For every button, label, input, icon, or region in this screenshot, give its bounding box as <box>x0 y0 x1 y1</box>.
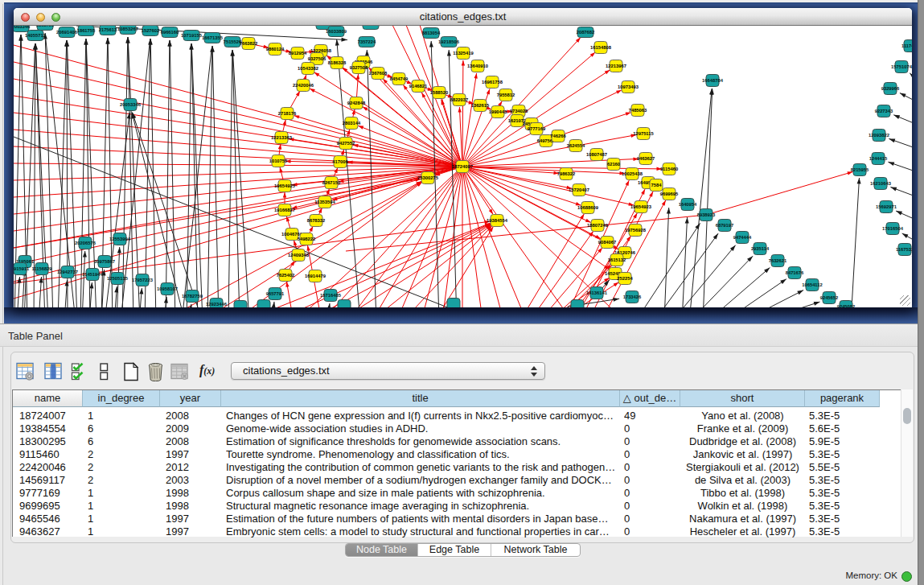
svg-text:1117434: 1117434 <box>901 43 912 48</box>
svg-text:12213967: 12213967 <box>606 64 626 68</box>
svg-text:8454749: 8454749 <box>390 76 409 81</box>
svg-text:16210643: 16210643 <box>870 181 892 186</box>
svg-text:9427552: 9427552 <box>337 141 355 146</box>
svg-text:1954126: 1954126 <box>362 26 380 27</box>
svg-text:8678332: 8678332 <box>307 218 326 223</box>
svg-text:15716485: 15716485 <box>320 293 342 298</box>
svg-text:8186328: 8186328 <box>328 60 347 65</box>
svg-text:7955812: 7955812 <box>497 93 515 97</box>
svg-text:14136141: 14136141 <box>586 290 608 295</box>
svg-text:8471676: 8471676 <box>786 270 804 275</box>
svg-text:10688609: 10688609 <box>577 205 599 210</box>
svg-text:1640954: 1640954 <box>679 202 697 207</box>
svg-text:16914479: 16914479 <box>305 274 326 278</box>
svg-text:9734028: 9734028 <box>510 109 528 113</box>
svg-text:9474444: 9474444 <box>733 235 752 240</box>
svg-text:20053346: 20053346 <box>120 102 142 107</box>
svg-text:2803144: 2803144 <box>343 121 361 126</box>
svg-text:9329966: 9329966 <box>881 86 900 91</box>
svg-text:3915911: 3915911 <box>14 266 30 271</box>
svg-text:15692971: 15692971 <box>876 204 897 209</box>
svg-text:2718176: 2718176 <box>278 111 297 116</box>
svg-text:10973493: 10973493 <box>618 84 639 89</box>
svg-text:22420046: 22420046 <box>293 83 314 88</box>
svg-text:9084067: 9084067 <box>598 240 617 245</box>
svg-text:19654923: 19654923 <box>630 204 652 209</box>
svg-text:9327508: 9327508 <box>350 65 368 70</box>
svg-text:1588520: 1588520 <box>430 90 449 95</box>
svg-text:17957223: 17957223 <box>132 278 154 282</box>
svg-text:1861750: 1861750 <box>36 26 55 27</box>
svg-text:2175613: 2175613 <box>99 27 117 32</box>
svg-text:6879197: 6879197 <box>716 223 734 228</box>
svg-text:9699695: 9699695 <box>660 192 679 196</box>
svg-text:16671355: 16671355 <box>202 35 224 40</box>
svg-text:19756928: 19756928 <box>625 228 647 233</box>
svg-text:8822037: 8822037 <box>450 97 469 102</box>
svg-text:6966160: 6966160 <box>161 30 179 35</box>
svg-text:20691406: 20691406 <box>56 30 78 35</box>
svg-text:9115460: 9115460 <box>660 167 678 171</box>
svg-text:7584: 7584 <box>651 183 663 187</box>
svg-text:1167533: 1167533 <box>896 247 912 252</box>
svg-text:8215955: 8215955 <box>851 167 869 172</box>
svg-text:2087682: 2087682 <box>577 30 595 35</box>
svg-text:7663822: 7663822 <box>240 41 258 46</box>
svg-text:1010755: 1010755 <box>269 159 288 163</box>
svg-text:19166827: 19166827 <box>274 208 295 212</box>
svg-text:13640910: 13640910 <box>467 64 488 68</box>
svg-text:1244415: 1244415 <box>869 156 888 161</box>
svg-text:12409348: 12409348 <box>288 253 310 257</box>
svg-text:10543382: 10543382 <box>298 66 318 71</box>
svg-text:8813054: 8813054 <box>422 31 441 35</box>
svg-text:12942737: 12942737 <box>57 270 78 274</box>
svg-text:9227343: 9227343 <box>875 109 893 113</box>
svg-text:10807487: 10807487 <box>586 152 607 157</box>
svg-text:417006: 417006 <box>332 159 348 164</box>
svg-text:2367608: 2367608 <box>369 71 388 76</box>
svg-text:18724007: 18724007 <box>452 164 473 169</box>
svg-text:252254: 252254 <box>617 276 633 281</box>
svg-text:16648784: 16648784 <box>702 78 724 83</box>
svg-text:16961758: 16961758 <box>482 80 503 84</box>
svg-text:20206576: 20206576 <box>75 241 97 245</box>
svg-text:7986322: 7986322 <box>557 171 576 176</box>
svg-text:9245652: 9245652 <box>820 295 839 300</box>
svg-text:7485063: 7485063 <box>629 108 647 113</box>
svg-text:746266: 746266 <box>550 134 566 138</box>
svg-text:9242848: 9242848 <box>347 101 366 105</box>
svg-text:11353594: 11353594 <box>314 200 335 204</box>
svg-text:1362615: 1362615 <box>471 103 490 108</box>
svg-text:19384554: 19384554 <box>487 218 508 223</box>
svg-text:3624554: 3624554 <box>567 143 585 148</box>
svg-text:8938923: 8938923 <box>697 212 716 217</box>
svg-text:11451944: 11451944 <box>82 272 103 277</box>
svg-text:7625402: 7625402 <box>277 273 295 278</box>
svg-text:16154808: 16154808 <box>590 45 612 50</box>
svg-text:11156829: 11156829 <box>31 266 52 271</box>
svg-text:12505135: 12505135 <box>107 276 129 281</box>
svg-text:5498222: 5498222 <box>298 237 316 241</box>
svg-text:2935114: 2935114 <box>751 246 770 251</box>
svg-text:30975867: 30975867 <box>94 259 115 264</box>
svg-text:2003346: 2003346 <box>14 26 31 29</box>
svg-text:1733426: 1733426 <box>623 295 642 299</box>
svg-text:10654112: 10654112 <box>802 282 822 287</box>
svg-text:14055712: 14055712 <box>25 33 46 38</box>
svg-text:25300275: 25300275 <box>417 175 439 180</box>
svg-text:15720407: 15720407 <box>569 187 589 192</box>
svg-text:62160: 62160 <box>607 162 620 167</box>
svg-text:7632621: 7632621 <box>769 258 787 263</box>
svg-text:9146821: 9146821 <box>409 84 428 89</box>
svg-text:10958107: 10958107 <box>157 286 178 291</box>
svg-text:1990443: 1990443 <box>489 109 507 114</box>
svg-text:1615132: 1615132 <box>608 257 626 262</box>
svg-text:10719155: 10719155 <box>181 33 203 38</box>
svg-text:9777169: 9777169 <box>528 126 546 131</box>
svg-text:19218506: 19218506 <box>438 39 460 44</box>
svg-text:9463627: 9463627 <box>637 156 655 161</box>
svg-text:9657791: 9657791 <box>266 291 285 296</box>
svg-text:9327506: 9327506 <box>308 56 326 61</box>
svg-text:10025438: 10025438 <box>622 171 643 176</box>
svg-text:7357224: 7357224 <box>358 39 376 44</box>
